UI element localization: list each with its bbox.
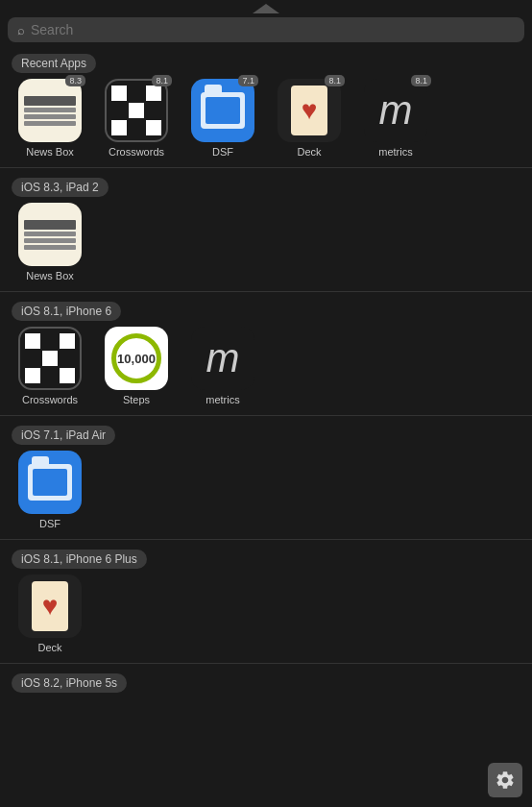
app-icon-newsbox <box>18 79 82 142</box>
app-label-metrics2: metrics <box>206 394 239 405</box>
section-label-ipad2: iOS 8.3, iPad 2 <box>12 178 109 197</box>
section-iphone5s: iOS 8.2, iPhone 5s <box>0 666 532 706</box>
app-icon-deck2: ♥ <box>18 575 82 638</box>
app-icon-dsf2 <box>18 451 82 514</box>
app-label-crosswords: Crosswords <box>109 146 164 158</box>
list-item[interactable]: 8.1 Crosswords <box>98 79 175 158</box>
list-item[interactable]: m metrics <box>184 327 261 405</box>
app-icon-wrapper-newsbox: 8.3 <box>18 79 82 142</box>
section-label-iphone6plus: iOS 8.1, iPhone 6 Plus <box>12 550 147 569</box>
app-icon-dsf <box>191 79 254 142</box>
divider-2 <box>0 291 532 292</box>
gear-icon <box>495 770 516 791</box>
gear-button[interactable] <box>488 763 522 797</box>
list-item[interactable]: 8.3 News Box <box>12 79 88 158</box>
app-icon-crosswords2 <box>18 327 82 390</box>
top-arrow <box>0 0 532 13</box>
app-icon-metrics2: m <box>191 327 254 390</box>
app-label-deck: Deck <box>297 146 321 158</box>
version-badge-newsbox: 8.3 <box>65 75 85 86</box>
section-label-iphone5s: iOS 8.2, iPhone 5s <box>12 673 127 693</box>
section-iphone6: iOS 8.1, iPhone 6 Crosswords <box>0 294 532 413</box>
app-icon-newsbox2 <box>18 203 82 266</box>
recent-apps-label: Recent Apps <box>12 54 96 73</box>
list-item[interactable]: ♥ 8.1 Deck <box>271 79 348 158</box>
app-label-deck2: Deck <box>37 642 61 653</box>
app-icon-wrapper-dsf: 7.1 <box>191 79 254 142</box>
section-label-ipadair: iOS 7.1, iPad Air <box>12 426 115 445</box>
section-ipad2-apps: News Box <box>0 203 532 289</box>
section-iphone6plus: iOS 8.1, iPhone 6 Plus ♥ Deck <box>0 542 532 661</box>
app-label-dsf: DSF <box>212 146 233 158</box>
list-item[interactable]: DSF <box>12 451 88 529</box>
search-input[interactable] <box>31 22 515 37</box>
list-item[interactable]: News Box <box>12 203 88 281</box>
app-icon-steps: 10,000 <box>105 327 168 390</box>
app-label-metrics: metrics <box>378 146 412 158</box>
recent-apps-row: 8.3 News Box 8.1 Crosswords <box>0 79 532 165</box>
app-icon-wrapper-crosswords2 <box>18 327 82 390</box>
app-label-steps: Steps <box>123 394 150 405</box>
app-label-newsbox2: News Box <box>26 270 74 281</box>
divider-4 <box>0 539 532 540</box>
app-label-newsbox: News Box <box>26 146 74 158</box>
app-icon-wrapper-metrics2: m <box>191 327 254 390</box>
app-icon-wrapper-deck2: ♥ <box>18 575 82 638</box>
section-ipad2: iOS 8.3, iPad 2 News Box <box>0 170 532 289</box>
list-item[interactable]: ♥ Deck <box>12 575 88 653</box>
section-ipadair-apps: DSF <box>0 451 532 537</box>
app-icon-wrapper-newsbox2 <box>18 203 82 266</box>
section-iphone6plus-apps: ♥ Deck <box>0 575 532 661</box>
section-iphone5s-apps <box>0 698 532 706</box>
app-icon-wrapper-steps: 10,000 <box>105 327 168 390</box>
app-icon-metrics: m <box>364 79 427 142</box>
version-badge-dsf: 7.1 <box>238 75 258 86</box>
list-item[interactable]: 7.1 DSF <box>184 79 261 158</box>
app-icon-wrapper-deck: ♥ 8.1 <box>278 79 341 142</box>
list-item[interactable]: 10,000 Steps <box>98 327 175 405</box>
app-icon-wrapper-dsf2 <box>18 451 82 514</box>
version-badge-crosswords: 8.1 <box>152 75 172 86</box>
section-ipadair: iOS 7.1, iPad Air DSF <box>0 418 532 537</box>
main-scroll-area[interactable]: Recent Apps 8.3 News Box <box>0 46 532 807</box>
app-label-dsf2: DSF <box>39 518 60 529</box>
divider-5 <box>0 663 532 664</box>
app-icon-wrapper-crosswords: 8.1 <box>105 79 168 142</box>
section-label-iphone6: iOS 8.1, iPhone 6 <box>12 302 121 321</box>
list-item[interactable]: m 8.1 metrics <box>357 79 434 158</box>
divider-1 <box>0 167 532 168</box>
search-icon: ⌕ <box>17 23 25 37</box>
app-icon-wrapper-metrics: m 8.1 <box>364 79 427 142</box>
recent-apps-section: Recent Apps 8.3 News Box <box>0 46 532 165</box>
version-badge-metrics: 8.1 <box>411 75 431 86</box>
section-iphone6-apps: Crosswords 10,000 Steps <box>0 327 532 413</box>
divider-3 <box>0 415 532 416</box>
app-label-crosswords2: Crosswords <box>22 394 78 405</box>
app-icon-deck: ♥ <box>278 79 341 142</box>
list-item[interactable]: Crosswords <box>12 327 88 405</box>
app-icon-crosswords <box>105 79 168 142</box>
version-badge-deck: 8.1 <box>325 75 345 86</box>
search-bar[interactable]: ⌕ <box>8 17 524 42</box>
